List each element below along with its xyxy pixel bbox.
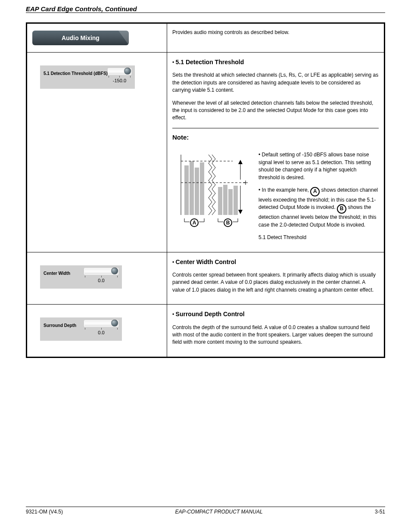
center-width-control: Center Width 0.0 (40, 265, 122, 289)
surround-depth-value: 0.0 (84, 330, 118, 336)
surround-depth-title: Surround Depth Control (176, 311, 245, 317)
label-b: B (226, 220, 230, 226)
cell-surround-left: Surround Depth 0.0 (27, 305, 167, 358)
threshold-title: 5.1 Detection Threshold (176, 59, 244, 65)
detection-threshold-slider[interactable] (108, 68, 131, 75)
center-width-title: Center Width Control (176, 258, 237, 265)
surround-depth-label: Surround Depth (44, 320, 76, 329)
audio-mixing-desc: Provides audio mixing controls as descri… (172, 29, 289, 35)
svg-marker-14 (238, 210, 243, 214)
detection-threshold-label: 5.1 Detection Threshold (dBFS) (44, 68, 108, 77)
surround-depth-control: Surround Depth 0.0 (40, 317, 122, 341)
svg-marker-12 (238, 160, 243, 164)
cell-centerwidth-right: • Center Width Control Controls center s… (167, 252, 385, 305)
cell-threshold-right: • 5.1 Detection Threshold Sets the thres… (167, 53, 385, 252)
note-heading: Note: (172, 134, 189, 141)
footer-left: 9321-OM (V4.5) (26, 509, 63, 515)
threshold-caption: 5.1 Detect Threshold (258, 234, 306, 240)
svg-rect-3 (195, 168, 199, 215)
label-a: A (193, 220, 196, 226)
svg-rect-6 (223, 185, 227, 215)
center-width-slider[interactable] (84, 268, 118, 275)
slider-knob-icon[interactable] (124, 68, 131, 75)
footer-page-number: 3-51 (375, 509, 385, 515)
slider-knob-icon[interactable] (111, 320, 118, 327)
callout-a-icon: A (310, 187, 320, 196)
svg-rect-1 (184, 165, 189, 215)
cell-audio-mixing-right: Provides audio mixing controls as descri… (167, 23, 385, 53)
surround-depth-body: Controls the depth of the surround field… (172, 324, 379, 346)
callout-b-icon: B (337, 204, 346, 214)
cell-threshold-left: 5.1 Detection Threshold (dBFS) -150.0 (27, 53, 167, 252)
page-running-header: EAP Card Edge Controls, Continued (26, 5, 385, 12)
cell-surround-right: • Surround Depth Control Controls the de… (167, 305, 385, 358)
detection-threshold-control: 5.1 Detection Threshold (dBFS) -150.0 (40, 65, 135, 89)
center-width-body: Controls center spread between front spe… (172, 271, 379, 294)
threshold-p1: Sets the threshold at which selected cha… (172, 72, 379, 94)
detection-threshold-value: -150.0 (108, 78, 131, 84)
svg-rect-8 (234, 186, 238, 215)
svg-rect-7 (228, 189, 233, 215)
surround-depth-slider[interactable] (84, 320, 118, 327)
controls-table: Audio Mixing Provides audio mixing contr… (26, 22, 385, 358)
center-width-label: Center Width (44, 268, 70, 277)
svg-rect-4 (200, 162, 204, 215)
cell-centerwidth-left: Center Width 0.0 (27, 252, 167, 305)
page-footer: 9321-OM (V4.5) EAP-COMPACT PRODUCT MANUA… (26, 504, 385, 515)
header-rule (26, 12, 385, 13)
note-rule (172, 128, 379, 128)
audio-mixing-tab: Audio Mixing (32, 31, 129, 45)
slider-knob-icon[interactable] (111, 268, 118, 274)
center-width-value: 0.0 (84, 277, 118, 284)
cell-audio-mixing-left: Audio Mixing (27, 23, 167, 53)
svg-rect-2 (190, 161, 194, 215)
note-text-block: • Default setting of -150 dBFS allows ba… (258, 146, 379, 246)
threshold-p2: Whenever the level of all selected detec… (172, 100, 379, 122)
svg-rect-5 (218, 187, 222, 215)
threshold-diagram: A B (172, 146, 250, 246)
footer-center: EAP-COMPACT PRODUCT MANUAL (175, 509, 262, 515)
